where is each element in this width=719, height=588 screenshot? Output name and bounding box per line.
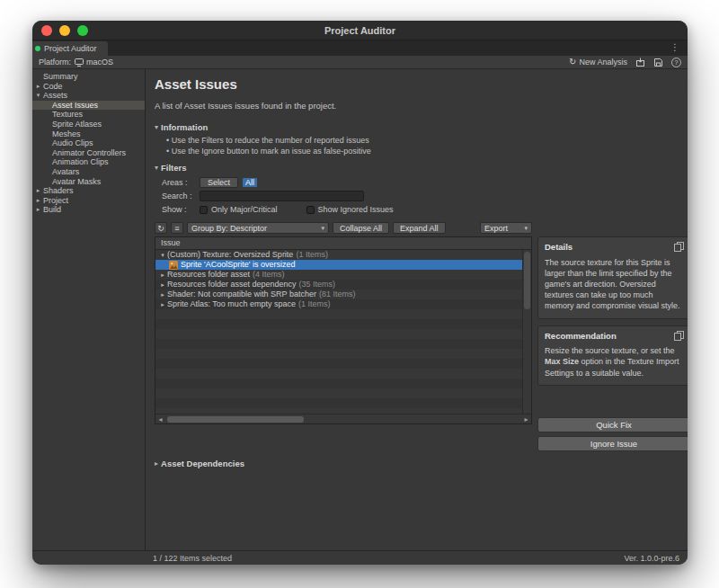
- sidebar-item-avatars[interactable]: Avatars: [32, 167, 145, 177]
- areas-value: All: [243, 178, 257, 187]
- only-major-critical-checkbox[interactable]: [200, 206, 208, 214]
- tab-label: Project Auditor: [44, 44, 97, 53]
- copy-icon[interactable]: [674, 242, 684, 252]
- refresh-icon: ↻: [569, 58, 576, 67]
- asset-dependencies-foldout[interactable]: ▸ Asset Dependencies: [155, 459, 680, 468]
- window-title: Project Auditor: [324, 25, 395, 36]
- copy-icon[interactable]: [674, 331, 684, 341]
- minimize-button[interactable]: [59, 25, 70, 36]
- status-bar: 1 / 122 Items selected Ver. 1.0.0-pre.6: [32, 550, 688, 565]
- refresh-icon[interactable]: ↻: [155, 222, 167, 234]
- ignore-issue-button[interactable]: Ignore Issue: [537, 436, 688, 451]
- chevron-right-icon[interactable]: ▸: [34, 186, 42, 196]
- recommendation-body: Resize the source texture, or set the Ma…: [545, 345, 683, 378]
- load-report-icon[interactable]: [635, 58, 645, 67]
- chevron-right-icon: ▸: [155, 459, 158, 468]
- areas-select-button[interactable]: Select: [200, 177, 238, 188]
- tab-project-auditor[interactable]: Project Auditor: [32, 41, 108, 56]
- sidebar-item-project[interactable]: ▸Project: [32, 196, 145, 206]
- sidebar-item-meshes[interactable]: Meshes: [32, 129, 145, 139]
- filters-section: Areas : Select All Search : Show : Only …: [162, 176, 680, 216]
- issue-row-selected[interactable]: Sprite 'ACoolSprite' is oversized: [155, 260, 522, 270]
- chevron-down-icon: ▾: [155, 164, 158, 172]
- maximize-button[interactable]: [77, 25, 88, 36]
- tab-menu-icon[interactable]: ⋮: [670, 42, 679, 52]
- help-icon[interactable]: ?: [671, 58, 681, 67]
- chevron-down-icon[interactable]: ▾: [34, 91, 42, 101]
- information-bullets: Use the Filters to reduce the number of …: [166, 136, 680, 156]
- sidebar-item-code[interactable]: ▸Code: [32, 82, 145, 92]
- only-major-critical-label: Only Major/Critical: [211, 205, 278, 214]
- sidebar-item-avatar-masks[interactable]: Avatar Masks: [32, 177, 145, 187]
- issue-group-row[interactable]: ▸ Resources folder asset dependency (35 …: [155, 280, 522, 290]
- expand-all-button[interactable]: Expand All: [393, 222, 446, 234]
- chevron-right-icon[interactable]: ▸: [34, 196, 42, 206]
- issue-group-row[interactable]: ▸ Resources folder asset (4 Items): [155, 270, 522, 280]
- chevron-right-icon[interactable]: ▸: [34, 205, 42, 215]
- sidebar-item-textures[interactable]: Textures: [32, 110, 145, 120]
- flat-view-icon[interactable]: ≡: [171, 222, 183, 234]
- recommendation-box: Recommendation Resize the source texture…: [537, 325, 688, 386]
- sidebar-item-animation-clips[interactable]: Animation Clips: [32, 157, 145, 167]
- sprite-icon: [169, 261, 178, 270]
- vertical-scrollbar[interactable]: [522, 250, 531, 414]
- info-bullet: Use the Ignore button to mark an issue a…: [166, 147, 680, 156]
- table-toolbar: ↻ ≡ Group By: Descriptor ▾ Collapse All …: [155, 221, 532, 235]
- details-box: Details The source texture for this Spri…: [537, 236, 688, 319]
- view-tree-sidebar: Summary ▸Code ▾Assets Asset Issues Textu…: [32, 69, 146, 550]
- sidebar-item-build[interactable]: ▸Build: [32, 205, 145, 215]
- sidebar-item-sprite-atlases[interactable]: Sprite Atlases: [32, 120, 145, 129]
- sidebar-item-assets[interactable]: ▾Assets: [32, 91, 145, 101]
- details-title: Details: [545, 242, 683, 254]
- chevron-down-icon: ▾: [321, 225, 324, 232]
- traffic-lights: [41, 25, 88, 36]
- issues-table-body: ▾ (Custom) Texture: Oversized Sprite (1 …: [155, 250, 522, 414]
- scroll-left-icon[interactable]: ◂: [155, 415, 165, 423]
- chevron-right-icon[interactable]: ▸: [158, 290, 167, 299]
- show-ignored-issues-checkbox[interactable]: [306, 206, 315, 214]
- save-report-icon[interactable]: [653, 58, 663, 67]
- chevron-right-icon[interactable]: ▸: [158, 280, 167, 290]
- search-label: Search :: [162, 192, 200, 200]
- export-dropdown[interactable]: Export ▾: [480, 222, 532, 234]
- chevron-right-icon[interactable]: ▸: [34, 82, 42, 92]
- platform-value: macOS: [86, 58, 113, 67]
- filters-foldout[interactable]: ▾ Filters: [155, 163, 680, 173]
- issue-column-header[interactable]: Issue: [155, 237, 531, 250]
- sidebar-item-asset-issues[interactable]: Asset Issues: [32, 101, 145, 111]
- information-foldout[interactable]: ▾ Information: [155, 122, 680, 132]
- vertical-scrollbar-thumb[interactable]: [524, 252, 530, 309]
- recommendation-title: Recommendation: [545, 331, 683, 343]
- chevron-down-icon: ▾: [155, 123, 158, 131]
- platform-dropdown[interactable]: macOS: [75, 58, 113, 67]
- page-title: Asset Issues: [155, 76, 680, 92]
- sidebar-item-shaders[interactable]: ▸Shaders: [32, 186, 145, 196]
- issue-group-row[interactable]: ▸ Shader: Not compatible with SRP batche…: [155, 290, 522, 299]
- platform-label: Platform:: [39, 58, 71, 67]
- new-analysis-label: New Analysis: [579, 58, 627, 67]
- show-label: Show :: [162, 205, 200, 214]
- group-by-dropdown[interactable]: Group By: Descriptor ▾: [187, 222, 329, 234]
- chevron-right-icon[interactable]: ▸: [158, 299, 167, 309]
- horizontal-scrollbar[interactable]: ◂ ▸: [155, 414, 531, 423]
- toolbar: Platform: macOS ↻ New Analysis ?: [32, 56, 688, 69]
- chevron-right-icon[interactable]: ▸: [158, 270, 167, 280]
- page-subtitle: A list of Asset Issues issues found in t…: [155, 101, 680, 111]
- issue-group-row[interactable]: ▾ (Custom) Texture: Oversized Sprite (1 …: [155, 250, 522, 260]
- search-input[interactable]: [200, 191, 364, 201]
- collapse-all-button[interactable]: Collapse All: [333, 222, 389, 234]
- quick-fix-button[interactable]: Quick Fix: [537, 417, 688, 432]
- new-analysis-button[interactable]: ↻ New Analysis: [569, 58, 627, 67]
- close-button[interactable]: [41, 25, 52, 36]
- sidebar-item-audio-clips[interactable]: Audio Clips: [32, 138, 145, 148]
- issue-group-row[interactable]: ▸ Sprite Atlas: Too much empty space (1 …: [155, 299, 522, 309]
- sidebar-item-animator-controllers[interactable]: Animator Controllers: [32, 148, 145, 158]
- titlebar: Project Auditor: [32, 21, 688, 40]
- horizontal-scrollbar-thumb[interactable]: [167, 416, 304, 423]
- monitor-icon: [75, 58, 84, 67]
- info-bullet: Use the Filters to reduce the number of …: [166, 136, 680, 145]
- version-label: Ver. 1.0.0-pre.6: [624, 554, 679, 563]
- scroll-right-icon[interactable]: ▸: [521, 415, 531, 423]
- sidebar-item-summary[interactable]: Summary: [32, 72, 145, 82]
- chevron-down-icon[interactable]: ▾: [158, 250, 167, 260]
